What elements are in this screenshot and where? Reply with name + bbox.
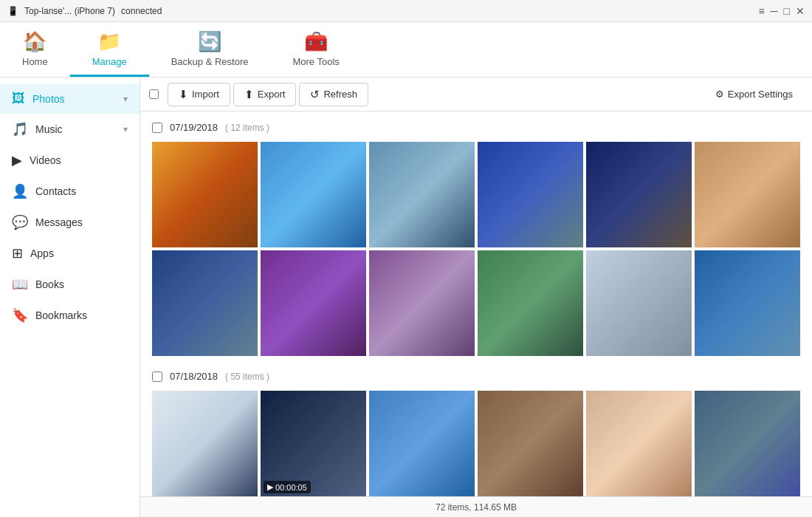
tools-icon: 🧰 — [304, 30, 328, 53]
sidebar-bookmarks-label: Bookmarks — [35, 309, 128, 321]
device-status: connected — [121, 6, 162, 16]
photo-cell[interactable] — [261, 142, 366, 247]
toolbar: ⬇ Import ⬆ Export ↺ Refresh ⚙ Export Set… — [140, 78, 812, 112]
nav-home[interactable]: 🏠 Home — [0, 22, 70, 77]
sidebar-photos-label: Photos — [32, 93, 116, 105]
export-settings-button[interactable]: ⚙ Export Settings — [705, 84, 803, 104]
photo-cell[interactable] — [369, 142, 475, 247]
photo-cell[interactable] — [695, 142, 800, 247]
sidebar-videos-label: Videos — [30, 154, 128, 166]
photo-grid-1 — [152, 142, 800, 356]
sidebar-contacts-label: Contacts — [35, 185, 128, 197]
menu-icon[interactable]: ≡ — [758, 5, 764, 17]
bookmarks-icon: 🔖 — [12, 307, 28, 323]
title-bar-info: 📱 Top-lanse'... (iPhone 7) connected — [7, 6, 162, 16]
sidebar-apps-label: Apps — [30, 247, 128, 259]
refresh-icon: ↺ — [310, 88, 320, 101]
sidebar-item-books[interactable]: 📖 Books — [0, 269, 140, 300]
maximize-icon[interactable]: □ — [784, 5, 790, 17]
photo-cell[interactable] — [261, 250, 366, 356]
messages-icon: 💬 — [12, 214, 28, 230]
date-group-2: 07/18/2018 ( 55 items ) ▶ 00:00:05 — [152, 368, 800, 496]
video-badge: ▶ 00:00:05 — [264, 481, 311, 493]
select-all-checkbox[interactable] — [149, 89, 159, 99]
photo-cell[interactable] — [478, 250, 583, 356]
sidebar-item-bookmarks[interactable]: 🔖 Bookmarks — [0, 300, 140, 331]
refresh-button[interactable]: ↺ Refresh — [299, 83, 368, 106]
device-name: Top-lanse'... (iPhone 7) — [24, 6, 115, 16]
home-icon: 🏠 — [23, 30, 47, 53]
nav-home-label: Home — [22, 56, 48, 67]
apps-icon: ⊞ — [12, 245, 23, 261]
sidebar-item-messages[interactable]: 💬 Messages — [0, 207, 140, 238]
date-header-1: 07/19/2018 ( 12 items ) — [152, 119, 800, 136]
sidebar-music-label: Music — [35, 123, 116, 135]
photos-arrow-icon: ▾ — [123, 94, 128, 104]
main-layout: 🖼 Photos ▾ 🎵 Music ▾ ▶ Videos 👤 Contacts… — [0, 78, 812, 517]
export-label: Export — [258, 89, 286, 100]
import-button[interactable]: ⬇ Import — [168, 83, 230, 106]
export-settings-label: Export Settings — [728, 89, 793, 100]
nav-manage[interactable]: 📁 Manage — [70, 22, 149, 77]
content-area: ⬇ Import ⬆ Export ↺ Refresh ⚙ Export Set… — [140, 78, 812, 517]
photo-cell[interactable] — [152, 250, 258, 356]
video-play-icon: ▶ — [267, 482, 273, 492]
nav-more-tools[interactable]: 🧰 More Tools — [270, 22, 361, 77]
sidebar: 🖼 Photos ▾ 🎵 Music ▾ ▶ Videos 👤 Contacts… — [0, 78, 140, 517]
window-controls[interactable]: ≡ ─ □ ✕ — [758, 5, 805, 17]
photo-cell[interactable] — [695, 391, 800, 496]
photo-grid-2: ▶ 00:00:05 — [152, 391, 800, 496]
sidebar-messages-label: Messages — [35, 216, 128, 228]
device-icon: 📱 — [7, 6, 18, 16]
date-label-2: 07/18/2018 — [170, 371, 218, 382]
top-nav: 🏠 Home 📁 Manage 🔄 Backup & Restore 🧰 Mor… — [0, 22, 812, 78]
date-group-2-checkbox[interactable] — [152, 372, 162, 382]
date-header-2: 07/18/2018 ( 55 items ) — [152, 368, 800, 385]
photo-cell[interactable] — [369, 250, 475, 356]
nav-backup-restore[interactable]: 🔄 Backup & Restore — [149, 22, 271, 77]
sidebar-item-videos[interactable]: ▶ Videos — [0, 145, 140, 176]
export-icon: ⬆ — [244, 88, 254, 101]
photo-cell[interactable] — [152, 142, 258, 247]
sidebar-item-music[interactable]: 🎵 Music ▾ — [0, 114, 140, 145]
sidebar-books-label: Books — [35, 278, 128, 290]
photo-cell[interactable] — [695, 250, 800, 356]
photo-cell[interactable] — [586, 391, 692, 496]
export-button[interactable]: ⬆ Export — [233, 83, 297, 106]
minimize-icon[interactable]: ─ — [771, 5, 778, 17]
import-icon: ⬇ — [179, 88, 188, 101]
date-count-1: ( 12 items ) — [225, 123, 269, 133]
contacts-icon: 👤 — [12, 183, 28, 199]
photo-cell[interactable] — [152, 391, 258, 496]
video-timecode: 00:00:05 — [275, 483, 307, 492]
sidebar-item-contacts[interactable]: 👤 Contacts — [0, 176, 140, 207]
photos-icon: 🖼 — [12, 91, 25, 106]
date-label-1: 07/19/2018 — [170, 122, 218, 133]
photo-cell[interactable] — [586, 250, 692, 356]
date-group-1: 07/19/2018 ( 12 items ) — [152, 119, 800, 356]
date-group-1-checkbox[interactable] — [152, 123, 162, 133]
music-icon: 🎵 — [12, 121, 28, 137]
music-arrow-icon: ▾ — [123, 124, 128, 134]
photo-cell[interactable] — [478, 142, 583, 247]
refresh-label: Refresh — [323, 89, 357, 100]
books-icon: 📖 — [12, 276, 28, 292]
manage-icon: 📁 — [97, 30, 121, 53]
videos-icon: ▶ — [12, 152, 22, 168]
settings-icon: ⚙ — [715, 89, 724, 100]
photo-cell-video[interactable]: ▶ 00:00:05 — [261, 391, 366, 496]
nav-tools-label: More Tools — [292, 56, 339, 67]
date-count-2: ( 55 items ) — [225, 372, 269, 382]
photo-area: 07/19/2018 ( 12 items ) — [140, 112, 812, 496]
status-text: 72 items, 114.65 MB — [436, 502, 517, 513]
nav-backup-label: Backup & Restore — [171, 56, 249, 67]
photo-cell[interactable] — [478, 391, 583, 496]
nav-manage-label: Manage — [92, 56, 127, 67]
sidebar-item-apps[interactable]: ⊞ Apps — [0, 238, 140, 269]
close-icon[interactable]: ✕ — [796, 5, 805, 17]
sidebar-item-photos[interactable]: 🖼 Photos ▾ — [0, 83, 140, 114]
import-label: Import — [192, 89, 219, 100]
photo-cell[interactable] — [369, 391, 475, 496]
photo-cell[interactable] — [586, 142, 692, 247]
backup-icon: 🔄 — [198, 30, 221, 53]
